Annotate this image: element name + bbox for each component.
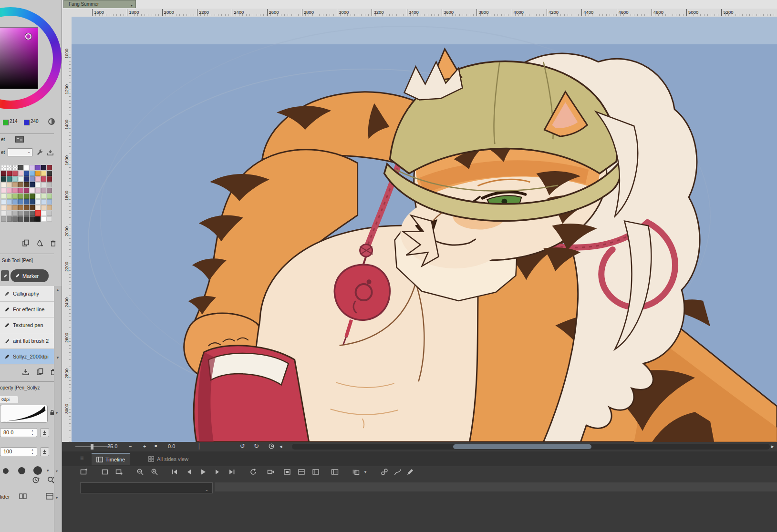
color-swatch[interactable]	[30, 216, 35, 222]
color-swatch[interactable]	[18, 171, 23, 176]
color-swatch[interactable]	[47, 188, 52, 193]
color-swatch[interactable]	[35, 194, 41, 199]
color-swatch[interactable]	[18, 211, 23, 216]
panel-menu-icon[interactable]: ≡	[80, 454, 84, 461]
color-swatch[interactable]	[12, 171, 18, 176]
color-swatch[interactable]	[1, 211, 6, 216]
loop-playback-icon[interactable]	[249, 468, 257, 476]
color-swatch[interactable]	[7, 194, 12, 199]
color-swatch[interactable]	[35, 188, 41, 193]
import-icon[interactable]	[47, 149, 54, 156]
stepper-arrows[interactable]: ▴▾	[30, 448, 35, 456]
color-swatch[interactable]	[35, 216, 41, 222]
color-swatch[interactable]	[1, 176, 6, 182]
subtool-item-textured-pen[interactable]: Textured pen	[0, 317, 54, 333]
color-swatch[interactable]	[7, 216, 12, 222]
color-swatch[interactable]	[12, 188, 18, 193]
scroll-up-arrow[interactable]: ▲	[56, 288, 60, 292]
color-swatch[interactable]	[24, 171, 29, 176]
brush-size-curve-widget[interactable]	[0, 405, 48, 423]
skip-to-end-icon[interactable]	[228, 468, 236, 476]
save-default-button[interactable]	[40, 447, 49, 456]
cel-frame3-icon[interactable]	[312, 468, 320, 476]
color-swatch[interactable]	[12, 176, 18, 182]
play-icon[interactable]	[199, 468, 207, 476]
color-swatch[interactable]	[30, 165, 35, 170]
color-swatch[interactable]	[30, 188, 35, 193]
color-swatch[interactable]	[1, 171, 6, 176]
fit-button[interactable]: ■	[155, 443, 157, 448]
copy-swatch-icon[interactable]	[22, 239, 30, 247]
zoom-in-button[interactable]: +	[143, 443, 146, 449]
color-swatch[interactable]	[7, 199, 12, 205]
zoom-in-icon[interactable]	[151, 468, 158, 476]
color-swatch[interactable]	[47, 165, 52, 170]
chevron-down-icon[interactable]: ▾	[56, 469, 58, 473]
panel-scrollbar[interactable]: ▲ ▼ ▾ ▾ ▾	[54, 286, 62, 532]
color-swatch[interactable]	[24, 182, 29, 187]
color-swatch[interactable]	[1, 182, 6, 187]
color-mode-icon[interactable]	[48, 118, 55, 125]
onion-skin-dropdown-caret[interactable]: ▼	[363, 470, 371, 478]
color-swatch[interactable]	[12, 211, 18, 216]
color-swatch[interactable]	[47, 211, 52, 216]
saturation-value-box[interactable]	[0, 27, 38, 89]
color-swatch[interactable]	[12, 205, 18, 210]
color-swatch[interactable]	[24, 165, 29, 170]
undo-icon[interactable]: ↺	[240, 442, 245, 450]
color-swatch[interactable]	[24, 205, 29, 210]
color-swatch[interactable]	[35, 182, 41, 187]
color-swatch[interactable]	[24, 199, 29, 205]
color-swatch[interactable]	[35, 211, 41, 216]
zoom-slider-handle[interactable]	[91, 444, 93, 450]
secondary-color-chip[interactable]	[24, 120, 30, 125]
color-swatch[interactable]	[47, 216, 52, 222]
previous-subtool-icon[interactable]	[1, 270, 9, 281]
color-swatch[interactable]	[41, 182, 46, 187]
color-swatch[interactable]	[41, 199, 46, 205]
save-subtool-icon[interactable]	[22, 368, 30, 376]
color-swatch[interactable]	[24, 194, 29, 199]
cel-frame-icon[interactable]	[283, 468, 291, 476]
color-swatch[interactable]	[41, 188, 46, 193]
color-swatch[interactable]	[7, 176, 12, 182]
color-swatch[interactable]	[1, 165, 6, 170]
antialias-option-large[interactable]	[33, 466, 42, 475]
scroll-left-arrow[interactable]: ◂	[280, 443, 282, 450]
new-animation-cel-icon[interactable]	[80, 468, 88, 476]
duplicate-subtool-icon[interactable]	[36, 368, 44, 376]
subtool-item-sollyz-2000dpi[interactable]: Sollyz_2000dpi	[0, 349, 54, 365]
wrench-icon[interactable]	[36, 149, 44, 156]
color-swatch[interactable]	[18, 216, 23, 222]
stepper-arrows[interactable]: ▴▾	[30, 429, 35, 437]
redo-icon[interactable]: ↻	[254, 442, 259, 450]
panel-options-icon[interactable]	[46, 493, 53, 501]
color-swatch[interactable]	[24, 216, 29, 222]
tab-all-sides-view[interactable]: All sides view	[143, 453, 193, 465]
camera-record-icon[interactable]	[267, 468, 275, 476]
color-swatch[interactable]	[30, 199, 35, 205]
color-swatch[interactable]	[35, 199, 41, 205]
color-swatch[interactable]	[1, 205, 6, 210]
zoom-out-icon[interactable]	[136, 468, 144, 476]
link-cel-icon[interactable]	[381, 468, 388, 476]
opacity-input[interactable]: 100 ▴▾	[0, 447, 37, 456]
canvas-viewport[interactable]	[72, 17, 777, 442]
color-swatch[interactable]	[41, 216, 46, 222]
color-swatch[interactable]	[18, 188, 23, 193]
color-picker-marker[interactable]	[25, 33, 31, 40]
horizontal-scrollbar[interactable]	[292, 444, 770, 450]
color-set-preview-icon[interactable]	[15, 136, 23, 143]
color-swatch[interactable]	[47, 176, 52, 182]
color-swatch[interactable]	[41, 165, 46, 170]
color-swatch[interactable]	[30, 205, 35, 210]
cel-frame2-icon[interactable]	[298, 468, 305, 476]
add-color-droplet-icon[interactable]	[36, 239, 44, 247]
chevron-down-icon[interactable]: ▾	[56, 411, 58, 415]
color-swatch[interactable]	[7, 188, 12, 193]
color-swatch[interactable]	[18, 176, 23, 182]
color-swatch[interactable]	[47, 171, 52, 176]
previous-frame-icon[interactable]	[185, 468, 193, 476]
tab-timeline[interactable]: Timeline	[92, 453, 130, 465]
color-swatch[interactable]	[12, 165, 18, 170]
